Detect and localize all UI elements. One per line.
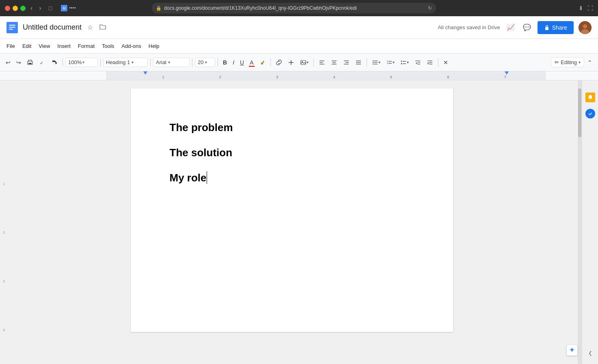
share-button[interactable]: Share (538, 21, 574, 34)
insert-image-button[interactable]: ▾ (298, 58, 311, 67)
ruler-label-5: 5 (390, 75, 392, 79)
comments-icon[interactable]: 💬 (521, 22, 533, 33)
highlight-button[interactable] (257, 58, 268, 67)
save-status: All changes saved in Drive (438, 24, 500, 30)
font-size-select[interactable]: 20 ▾ (195, 58, 215, 67)
ruler-indent-marker (143, 71, 147, 75)
menu-view[interactable]: View (35, 41, 53, 51)
underline-button[interactable]: U (237, 58, 246, 67)
toolbar-divider-5 (218, 58, 218, 67)
text-color-button[interactable]: A (247, 58, 256, 67)
numbered-list-button[interactable]: 12 ▾ (384, 58, 397, 67)
insert-button[interactable] (285, 58, 297, 67)
download-icon[interactable]: ⬇ (579, 5, 583, 11)
ruler-label-1: 1 (162, 75, 164, 79)
size-chevron: ▾ (205, 60, 207, 65)
right-sidebar (582, 80, 598, 364)
align-right-button[interactable] (341, 58, 352, 67)
toolbar-divider-9 (438, 58, 438, 67)
page-num-1: 1 (3, 182, 5, 186)
undo-button[interactable]: ↩ (3, 58, 13, 67)
trending-icon[interactable]: 📈 (505, 22, 516, 33)
star-button[interactable]: ☆ (86, 23, 94, 32)
align-center-button[interactable] (328, 58, 340, 67)
text-color-bar (249, 66, 255, 67)
document-page[interactable]: The problem The solution My role (131, 88, 453, 332)
maximize-button[interactable] (20, 6, 26, 11)
menu-addons[interactable]: Add-ons (118, 41, 144, 51)
expand-panel-icon[interactable] (587, 349, 593, 360)
menu-edit[interactable]: Edit (19, 41, 35, 51)
svg-rect-1 (9, 25, 15, 26)
split-view-button[interactable]: □ (46, 4, 54, 12)
justify-button[interactable] (353, 58, 364, 67)
nav-back-button[interactable]: ‹ (29, 4, 34, 13)
toolbar-divider-8 (367, 58, 367, 67)
ruler-label-3: 3 (276, 75, 278, 79)
scrollbar[interactable] (578, 80, 582, 364)
toolbar-divider-6 (270, 58, 271, 67)
heading-3[interactable]: My role (170, 171, 414, 185)
title-right-controls: ⬇ ⛶ (579, 5, 593, 11)
align-left-button[interactable] (316, 58, 328, 67)
menu-format[interactable]: Format (75, 41, 98, 51)
heading-1[interactable]: The problem (170, 121, 414, 135)
page-num-2: 2 (3, 230, 5, 235)
menu-file[interactable]: File (3, 41, 18, 51)
heading-style-select[interactable]: Heading 1 ▾ (103, 58, 148, 67)
line-spacing-button[interactable]: ▾ (369, 58, 383, 67)
ruler-right-marker (505, 71, 509, 75)
ruler-label-6: 6 (447, 75, 449, 79)
redo-button[interactable]: ↪ (14, 58, 24, 67)
browser-tab: U •••• (61, 5, 76, 11)
check-icon[interactable] (585, 109, 595, 118)
bold-button[interactable]: B (220, 58, 229, 67)
svg-text:✓: ✓ (40, 60, 43, 65)
menu-insert[interactable]: Insert (54, 41, 74, 51)
ruler-sidebar (0, 71, 107, 80)
heading-chevron: ▾ (132, 60, 134, 65)
editing-chevron: ▾ (579, 60, 581, 65)
title-bar: ‹ › □ U •••• 🔒 docs.google.com/document/… (0, 0, 598, 16)
traffic-lights (5, 6, 26, 11)
svg-rect-2 (9, 27, 15, 28)
paint-format-button[interactable] (49, 58, 60, 67)
url-bar[interactable]: 🔒 docs.google.com/document/d/1K13XuRyhc0… (152, 3, 436, 13)
bullet-list-button[interactable]: ▾ (398, 58, 411, 67)
user-avatar[interactable] (579, 21, 592, 34)
increase-indent-button[interactable] (424, 58, 436, 67)
print-button[interactable] (24, 58, 36, 67)
document-area[interactable]: The problem The solution My role (6, 80, 578, 364)
heading-2[interactable]: The solution (170, 146, 414, 160)
ruler: 1 2 3 4 5 6 7 (0, 71, 598, 80)
insert-link-button[interactable] (273, 58, 285, 67)
collapse-toolbar-button[interactable]: ⌃ (585, 58, 595, 67)
font-select[interactable]: Arial ▾ (153, 58, 190, 67)
editing-mode-indicator[interactable]: ✏ Editing ▾ (551, 57, 584, 67)
ruler-right (545, 71, 598, 80)
decrease-indent-button[interactable] (412, 58, 423, 67)
notification-icon[interactable] (585, 93, 595, 102)
scroll-thumb[interactable] (578, 88, 581, 137)
spell-check-button[interactable]: ✓ (37, 58, 48, 67)
ruler-main: 1 2 3 4 5 6 7 (107, 71, 545, 80)
ruler-label-7: 7 (504, 75, 506, 79)
clear-format-button[interactable]: ✕ (441, 58, 451, 67)
italic-button[interactable]: I (230, 58, 237, 67)
svg-point-6 (583, 24, 587, 28)
ai-assist-button[interactable] (566, 345, 578, 356)
app-header: Untitled document ☆ All changes saved in… (0, 16, 598, 39)
menu-help[interactable]: Help (145, 41, 163, 51)
minimize-button[interactable] (13, 6, 18, 11)
close-button[interactable] (5, 6, 10, 11)
move-to-folder-button[interactable] (99, 23, 107, 32)
text-cursor (207, 171, 207, 184)
nav-forward-button[interactable]: › (37, 4, 43, 13)
zoom-select[interactable]: 100% ▾ (65, 58, 98, 67)
font-chevron: ▾ (168, 60, 170, 65)
document-title[interactable]: Untitled document (23, 23, 82, 32)
menu-tools[interactable]: Tools (99, 41, 117, 51)
fullscreen-icon[interactable]: ⛶ (587, 5, 593, 11)
refresh-icon[interactable]: ↻ (428, 5, 432, 11)
svg-rect-3 (9, 29, 13, 30)
